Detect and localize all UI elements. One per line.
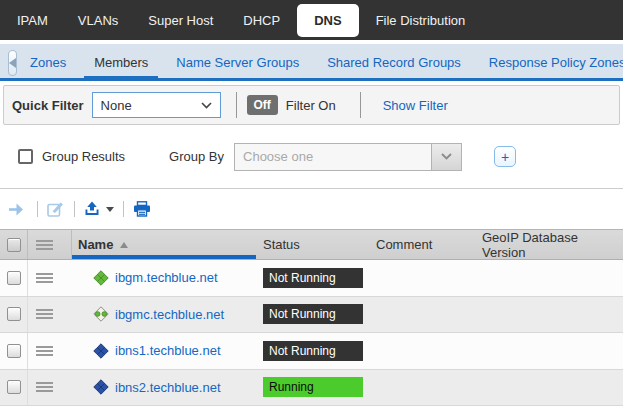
row-checkbox[interactable]: [7, 307, 21, 321]
header-menu-cell: [28, 230, 72, 259]
grid-master-icon: [93, 270, 109, 286]
group-results-label: Group Results: [42, 149, 125, 164]
row-name-cell: ibns2.techblue.net: [72, 379, 256, 395]
menu-icon[interactable]: [36, 240, 53, 242]
row-status-cell: Not Running: [256, 268, 370, 288]
top-nav: IPAM VLANs Super Host DHCP DNS File Dist…: [0, 0, 623, 40]
select-all-cell: [0, 230, 28, 259]
row-check-cell: [0, 370, 28, 406]
go-arrow-icon[interactable]: [8, 203, 28, 216]
tab-dhcp[interactable]: DHCP: [228, 0, 295, 40]
group-by-placeholder: Choose one: [243, 149, 313, 164]
tab-ipam[interactable]: IPAM: [2, 0, 63, 40]
grid-master-candidate-icon: [93, 306, 109, 322]
table-row: ibns1.techblue.net Not Running: [0, 333, 623, 370]
dropdown-chevron-button[interactable]: [431, 144, 461, 170]
sub-nav: Zones Members Name Server Groups Shared …: [0, 44, 623, 81]
export-dropdown-caret-icon[interactable]: [106, 207, 114, 212]
row-name-cell: ibgmc.techblue.net: [72, 306, 256, 322]
show-filter-link[interactable]: Show Filter: [383, 98, 448, 113]
filter-toggle-button[interactable]: Off: [247, 95, 278, 115]
row-menu-icon[interactable]: [36, 273, 53, 275]
grid-member-icon: [93, 343, 109, 359]
member-name-link[interactable]: ibgm.techblue.net: [115, 270, 218, 285]
row-name-cell: ibgm.techblue.net: [72, 270, 256, 286]
divider: [236, 92, 237, 118]
collapse-panel-button[interactable]: [8, 50, 17, 76]
row-menu-icon[interactable]: [36, 382, 53, 384]
chevron-down-icon: [201, 102, 212, 109]
tab-super-host[interactable]: Super Host: [133, 0, 228, 40]
status-badge: Running: [263, 377, 363, 397]
table-header-row: Name Status Comment GeoIP Database Versi…: [0, 230, 623, 260]
group-results-checkbox[interactable]: [18, 149, 33, 164]
status-badge: Not Running: [263, 268, 363, 288]
column-name-label: Name: [78, 237, 113, 252]
status-badge: Not Running: [263, 341, 363, 361]
row-status-cell: Not Running: [256, 341, 370, 361]
member-name-link[interactable]: ibns1.techblue.net: [115, 343, 221, 358]
quick-filter-dropdown[interactable]: None: [92, 92, 221, 118]
divider: [74, 201, 75, 217]
sorted-column-indicator: [72, 255, 256, 259]
column-header-comment[interactable]: Comment: [370, 230, 476, 259]
chevron-down-icon: [441, 153, 452, 160]
table-row: ibgm.techblue.net Not Running: [0, 260, 623, 297]
add-group-button[interactable]: +: [494, 146, 516, 167]
table-toolbar: [0, 189, 623, 229]
row-status-cell: Not Running: [256, 304, 370, 324]
group-by-dropdown-disabled[interactable]: Choose one: [234, 143, 462, 171]
tab-dns-active[interactable]: DNS: [297, 4, 358, 37]
select-all-checkbox[interactable]: [7, 238, 21, 252]
row-name-cell: ibns1.techblue.net: [72, 343, 256, 359]
subtab-members-active[interactable]: Members: [84, 44, 158, 81]
members-table: Name Status Comment GeoIP Database Versi…: [0, 229, 623, 406]
table-row: ibgmc.techblue.net Not Running: [0, 297, 623, 334]
dns-members-page: IPAM VLANs Super Host DHCP DNS File Dist…: [0, 0, 623, 408]
filter-on-label: Filter On: [286, 98, 336, 113]
row-checkbox[interactable]: [7, 271, 21, 285]
row-checkbox[interactable]: [7, 380, 21, 394]
subtab-zones[interactable]: Zones: [20, 44, 76, 81]
print-icon[interactable]: [133, 201, 151, 217]
row-check-cell: [0, 260, 28, 296]
row-menu-icon[interactable]: [36, 346, 53, 348]
tab-file-distribution[interactable]: File Distribution: [361, 0, 481, 40]
row-menu-cell: [28, 309, 72, 319]
column-header-status[interactable]: Status: [256, 230, 370, 259]
row-menu-icon[interactable]: [36, 309, 53, 311]
row-status-cell: Running: [256, 377, 370, 397]
export-icon[interactable]: [84, 201, 100, 217]
row-checkbox[interactable]: [7, 344, 21, 358]
member-name-link[interactable]: ibns2.techblue.net: [115, 380, 221, 395]
column-header-geoip[interactable]: GeoIP Database Version: [476, 230, 623, 259]
divider: [37, 201, 38, 217]
subtab-name-server-groups[interactable]: Name Server Groups: [166, 44, 309, 81]
edit-icon[interactable]: [47, 201, 65, 217]
row-check-cell: [0, 333, 28, 369]
quick-filter-panel: Quick Filter None Off Filter On Show Fil…: [3, 85, 620, 125]
group-by-label: Group By: [169, 149, 224, 164]
row-check-cell: [0, 297, 28, 333]
chevron-left-icon: [9, 58, 16, 68]
divider: [123, 201, 124, 217]
row-menu-cell: [28, 273, 72, 283]
member-name-link[interactable]: ibgmc.techblue.net: [115, 307, 224, 322]
divider: [360, 92, 361, 118]
status-badge: Not Running: [263, 304, 363, 324]
row-menu-cell: [28, 346, 72, 356]
tab-vlans[interactable]: VLANs: [63, 0, 133, 40]
subtab-response-policy-zones[interactable]: Response Policy Zones: [479, 44, 623, 81]
sort-ascending-icon: [120, 242, 128, 248]
quick-filter-label: Quick Filter: [12, 98, 84, 113]
row-menu-cell: [28, 382, 72, 392]
grid-member-icon: [93, 379, 109, 395]
quick-filter-value: None: [101, 98, 132, 113]
subtab-shared-record-groups[interactable]: Shared Record Groups: [317, 44, 471, 81]
table-row: ibns2.techblue.net Running: [0, 370, 623, 407]
group-bar: Group Results Group By Choose one +: [0, 125, 623, 188]
